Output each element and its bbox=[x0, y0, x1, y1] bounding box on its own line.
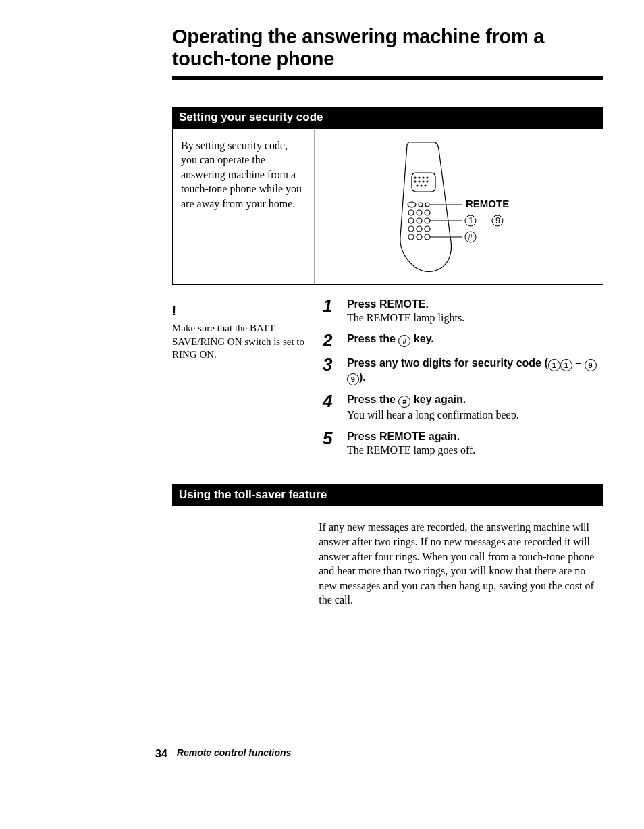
warning-note: ! Make sure that the BATT SAVE/RING ON s… bbox=[172, 297, 311, 464]
svg-point-4 bbox=[427, 177, 428, 178]
step-5: 5 Press REMOTE again. The REMOTE lamp go… bbox=[323, 429, 603, 458]
svg-point-12 bbox=[408, 202, 416, 207]
svg-text:#: # bbox=[468, 232, 473, 242]
svg-point-10 bbox=[421, 185, 422, 186]
svg-point-16 bbox=[417, 210, 422, 215]
svg-point-19 bbox=[417, 218, 422, 223]
step-subtext: The REMOTE lamp lights. bbox=[347, 311, 603, 325]
intro-box: By setting security code, you can operat… bbox=[172, 129, 603, 285]
intro-text: By setting security code, you can operat… bbox=[173, 129, 315, 284]
step-number: 3 bbox=[323, 356, 338, 385]
svg-text:—: — bbox=[479, 215, 488, 225]
step-heading: Press REMOTE. bbox=[347, 298, 603, 311]
page-footer: 34 Remote control functions bbox=[155, 746, 291, 765]
steps-list: 1 Press REMOTE. The REMOTE lamp lights. … bbox=[323, 297, 603, 464]
svg-point-8 bbox=[427, 181, 428, 182]
diagram-label-remote: REMOTE bbox=[466, 198, 509, 209]
svg-point-26 bbox=[425, 234, 430, 240]
svg-point-3 bbox=[423, 177, 424, 178]
digit-9-icon: 9 bbox=[347, 373, 359, 385]
svg-point-7 bbox=[423, 181, 424, 182]
step-number: 2 bbox=[323, 331, 338, 349]
svg-point-22 bbox=[417, 226, 422, 232]
svg-point-1 bbox=[414, 177, 416, 178]
svg-point-17 bbox=[425, 210, 430, 215]
step-subtext: The REMOTE lamp goes off. bbox=[347, 443, 603, 458]
warning-icon: ! bbox=[172, 304, 311, 319]
svg-point-20 bbox=[425, 218, 430, 223]
phone-diagram: REMOTE 1 — 9 # bbox=[315, 129, 603, 284]
hash-key-icon: # bbox=[398, 335, 410, 347]
svg-point-13 bbox=[419, 203, 423, 207]
tollsaver-body: If any new messages are recorded, the an… bbox=[319, 506, 603, 608]
step-1: 1 Press REMOTE. The REMOTE lamp lights. bbox=[323, 297, 603, 325]
step-3: 3 Press any two digits for security code… bbox=[323, 356, 603, 385]
svg-point-2 bbox=[419, 177, 420, 178]
step-2: 2 Press the # key. bbox=[323, 331, 603, 349]
svg-point-24 bbox=[408, 234, 414, 240]
step-heading: Press the # key again. bbox=[347, 394, 603, 408]
digit-9-icon: 9 bbox=[585, 359, 597, 371]
page-content: Operating the answering machine from a t… bbox=[0, 0, 644, 608]
step-heading: Press REMOTE again. bbox=[347, 431, 603, 443]
svg-point-9 bbox=[417, 185, 418, 186]
svg-point-5 bbox=[414, 181, 416, 182]
digit-1-icon: 1 bbox=[560, 359, 572, 371]
step-number: 4 bbox=[323, 392, 338, 423]
step-4: 4 Press the # key again. You will hear a… bbox=[323, 392, 603, 423]
section-heading-security: Setting your security code bbox=[172, 107, 603, 129]
svg-point-14 bbox=[425, 203, 429, 207]
svg-point-18 bbox=[408, 218, 414, 223]
handset-illustration: REMOTE 1 — 9 # bbox=[375, 136, 543, 277]
title-rule bbox=[172, 76, 603, 80]
step-number: 5 bbox=[323, 429, 338, 458]
svg-point-21 bbox=[408, 226, 414, 232]
page-number: 34 bbox=[155, 748, 167, 759]
section-heading-tollsaver: Using the toll-saver feature bbox=[172, 484, 603, 506]
footer-divider bbox=[171, 746, 171, 765]
svg-text:9: 9 bbox=[495, 215, 500, 225]
step-heading: Press any two digits for security code (… bbox=[347, 357, 603, 385]
warning-text: Make sure that the BATT SAVE/RING ON swi… bbox=[172, 322, 311, 362]
svg-point-25 bbox=[417, 234, 422, 240]
page-title: Operating the answering machine from a t… bbox=[172, 26, 603, 71]
step-heading: Press the # key. bbox=[347, 333, 603, 347]
step-subtext: You will hear a long confirmation beep. bbox=[347, 408, 603, 423]
steps-area: ! Make sure that the BATT SAVE/RING ON s… bbox=[172, 297, 603, 464]
svg-point-23 bbox=[425, 226, 430, 232]
svg-text:1: 1 bbox=[468, 215, 473, 225]
step-number: 1 bbox=[323, 297, 338, 325]
svg-point-15 bbox=[408, 210, 414, 215]
footer-section-label: Remote control functions bbox=[177, 747, 292, 758]
digit-1-icon: 1 bbox=[548, 359, 560, 371]
hash-key-icon: # bbox=[398, 396, 410, 408]
svg-point-11 bbox=[425, 185, 426, 186]
svg-point-6 bbox=[419, 181, 420, 182]
